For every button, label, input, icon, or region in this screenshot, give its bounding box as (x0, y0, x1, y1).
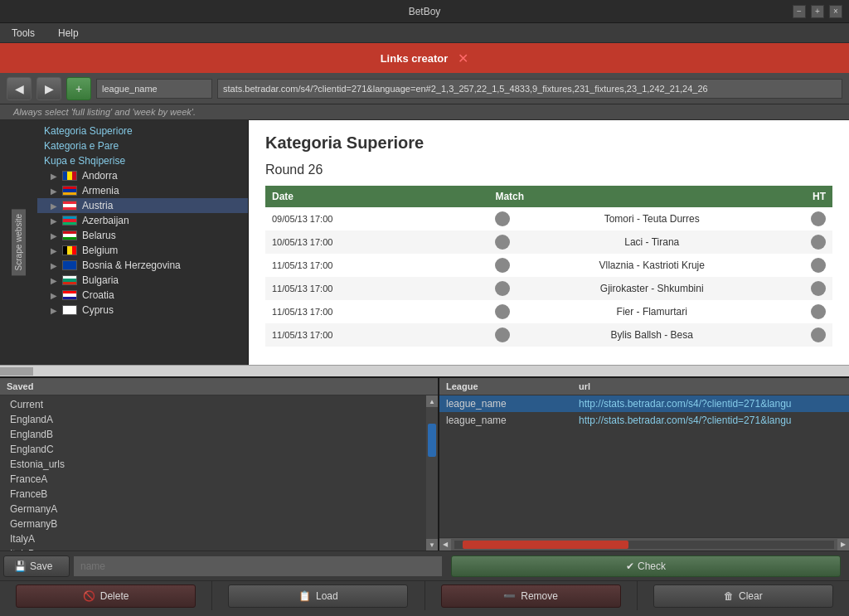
fixture-row[interactable]: 11/05/13 17:00 Bylis Ballsh - Besa (265, 323, 832, 347)
country-azerbaijan[interactable]: ▶ Azerbaijan (37, 213, 248, 228)
saved-list-item[interactable]: EnglandB (0, 427, 426, 442)
fixture-match: Vllaznia - Kastrioti Kruje (583, 254, 720, 277)
albania-league-1[interactable]: Kategoria Superiore (37, 124, 248, 138)
saved-list-item[interactable]: GermanyA (0, 502, 426, 517)
saved-list-item[interactable]: EnglandC (0, 442, 426, 457)
menu-tools[interactable]: Tools (7, 26, 40, 41)
fixture-date: 11/05/13 17:00 (265, 323, 488, 347)
remove-icon: ➖ (503, 590, 516, 602)
country-bosnia[interactable]: ▶ Bosnia & Herzegovina (37, 258, 248, 273)
scroll-up-arrow[interactable]: ▲ (426, 395, 438, 407)
saved-list-item[interactable]: FranceB (0, 487, 426, 502)
main-scrollbar[interactable] (0, 365, 849, 376)
fixture-row[interactable]: 10/05/13 17:00 Laci - Tirana (265, 230, 832, 254)
saved-list-item[interactable]: ItalyA (0, 531, 426, 546)
albania-league-2[interactable]: Kategoria e Pare (37, 138, 248, 153)
scroll-down-arrow[interactable]: ▼ (426, 539, 438, 551)
league-name-input[interactable] (96, 79, 212, 99)
saved-list-item[interactable]: GermanyB (0, 517, 426, 531)
fixture-date: 11/05/13 17:00 (265, 254, 488, 277)
albania-league-3[interactable]: Kupa e Shqiperise (37, 153, 248, 168)
load-label: Load (316, 590, 338, 602)
remove-button[interactable]: ➖ Remove (441, 584, 621, 608)
minimize-button[interactable]: − (793, 5, 806, 18)
saved-scrollbar[interactable]: ▲ ▼ (426, 395, 438, 551)
saved-list-item[interactable]: EnglandA (0, 412, 426, 427)
fixture-icon-cell (488, 323, 583, 347)
tree-arrow-andorra: ▶ (51, 172, 59, 181)
tree-arrow-cyprus: ▶ (51, 306, 59, 315)
flag-belarus (62, 230, 77, 240)
flag-belgium (62, 245, 77, 255)
toolbar-hint: Always select 'full listing' and 'week b… (7, 105, 202, 119)
url-input[interactable] (217, 79, 842, 99)
fixture-ht-icon (720, 207, 832, 230)
saved-list: CurrentEnglandAEnglandBEnglandCEstonia_u… (0, 395, 426, 551)
scroll-thumb[interactable] (428, 424, 436, 457)
fixture-date: 09/05/13 17:00 (265, 207, 488, 230)
h-scroll-track[interactable] (454, 541, 834, 549)
add-button[interactable]: + (66, 77, 91, 100)
fixture-date: 11/05/13 17:00 (265, 300, 488, 323)
league-table-header: League url (439, 378, 849, 395)
delete-label: Delete (100, 590, 129, 602)
remove-label: Remove (521, 590, 558, 602)
web-inner: Kategoria Superiore Round 26 Date Match … (249, 120, 849, 365)
load-icon: 📋 (298, 590, 311, 602)
country-croatia[interactable]: ▶ Croatia (37, 288, 248, 303)
league-row[interactable]: league_name http://stats.betradar.com/s4… (439, 412, 849, 429)
check-icon: ✔ (626, 560, 634, 572)
web-content: Kategoria Superiore Round 26 Date Match … (249, 120, 849, 365)
fixture-date: 11/05/13 17:00 (265, 277, 488, 300)
h-scroll-left[interactable]: ◀ (439, 539, 451, 551)
back-button[interactable]: ◀ (7, 77, 32, 100)
league-title: Kategoria Superiore (265, 133, 832, 153)
league-rows: league_name http://stats.betradar.com/s4… (439, 395, 849, 537)
flag-andorra (62, 171, 77, 181)
tree-arrow-bosnia: ▶ (51, 261, 59, 270)
bottom-scrollbar[interactable]: ◀ ▶ (439, 537, 849, 551)
saved-list-item[interactable]: ItalyB (0, 546, 426, 551)
fixture-row[interactable]: 11/05/13 17:00 Fier - Flamurtari (265, 300, 832, 323)
country-belgium[interactable]: ▶ Belgium (37, 243, 248, 258)
menu-help[interactable]: Help (53, 26, 84, 41)
links-close-icon[interactable]: ✕ (458, 51, 468, 66)
country-bulgaria[interactable]: ▶ Bulgaria (37, 273, 248, 288)
saved-panel: Saved CurrentEnglandAEnglandBEnglandCEst… (0, 378, 439, 551)
load-button[interactable]: 📋 Load (228, 584, 408, 608)
h-scroll-thumb[interactable] (463, 541, 628, 549)
bottom-section: Saved CurrentEnglandAEnglandBEnglandCEst… (0, 376, 849, 551)
scrape-website-button[interactable]: Scrape website (12, 209, 26, 275)
fixture-date: 10/05/13 17:00 (265, 230, 488, 254)
fixture-ht-icon (720, 230, 832, 254)
saved-list-item[interactable]: FranceA (0, 472, 426, 487)
name-input[interactable] (73, 555, 443, 577)
country-cyprus[interactable]: ▶ Cyprus (37, 303, 248, 318)
saved-list-item[interactable]: Current (0, 397, 426, 412)
save-button[interactable]: 💾 Save (3, 555, 70, 577)
fixture-row[interactable]: 09/05/13 17:00 Tomori - Teuta Durres (265, 207, 832, 230)
delete-button[interactable]: 🚫 Delete (16, 584, 196, 608)
maximize-button[interactable]: + (811, 5, 824, 18)
country-austria[interactable]: ▶ Austria (37, 198, 248, 213)
check-label: Check (638, 560, 666, 572)
flag-austria (62, 201, 77, 211)
country-label-bulgaria: Bulgaria (82, 274, 119, 286)
check-button[interactable]: ✔ Check (451, 555, 841, 577)
clear-button[interactable]: 🗑 Clear (653, 584, 833, 608)
fixture-row[interactable]: 11/05/13 17:00 Gjirokaster - Shkumbini (265, 277, 832, 300)
country-label-austria: Austria (82, 200, 113, 211)
saved-list-item[interactable]: Estonia_urls (0, 457, 426, 472)
fixture-row[interactable]: 11/05/13 17:00 Vllaznia - Kastrioti Kruj… (265, 254, 832, 277)
country-belarus[interactable]: ▶ Belarus (37, 228, 248, 243)
league-row[interactable]: league_name http://stats.betradar.com/s4… (439, 395, 849, 412)
league-cell-name: league_name (446, 415, 579, 426)
h-scroll-right[interactable]: ▶ (837, 539, 849, 551)
country-list: Kategoria Superiore Kategoria e Pare Kup… (37, 120, 249, 365)
fixtures-table: Date Match HT 09/05/13 17:00 Tomori - Te… (265, 186, 832, 347)
forward-button[interactable]: ▶ (36, 77, 61, 100)
country-armenia[interactable]: ▶ Armenia (37, 183, 248, 198)
remove-group: ➖ Remove (424, 581, 637, 610)
country-andorra[interactable]: ▶ Andorra (37, 168, 248, 183)
close-button[interactable]: × (829, 5, 842, 18)
